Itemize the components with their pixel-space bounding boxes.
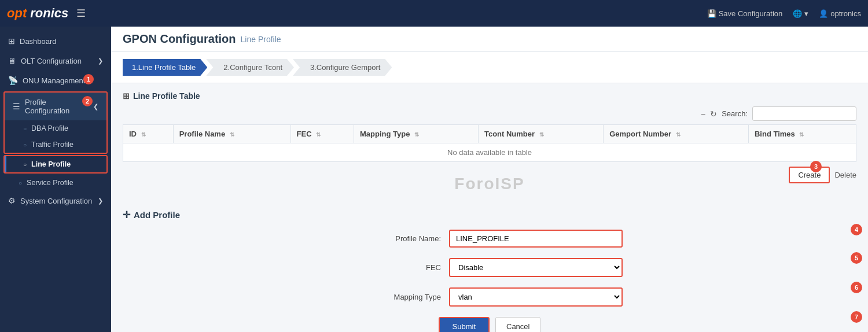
dot-icon-traffic: ○ — [23, 142, 27, 148]
watermark-area: ForoISP 3 Create Delete — [123, 167, 856, 201]
save-config-button[interactable]: 💾 Save Configuration — [707, 9, 783, 18]
dashboard-icon: ⊞ — [8, 36, 15, 46]
wizard-steps: 1.Line Profile Table 2.Configure Tcont 3… — [111, 52, 868, 83]
sidebar-label-service: Service Profile — [27, 179, 73, 187]
sort-icon-id[interactable]: ⇅ — [141, 131, 146, 138]
minimize-button[interactable]: − — [701, 109, 705, 119]
onu-icon: 📡 — [8, 76, 18, 85]
mapping-type-row: 6 Mapping Type vlan gem priority — [123, 287, 856, 307]
language-button[interactable]: 🌐 ▾ — [793, 9, 808, 18]
refresh-button[interactable]: ↻ — [710, 109, 717, 119]
sidebar: ⊞ Dashboard 🖥 OLT Configuration ❯ 📡 ONU … — [0, 27, 111, 332]
logo-text: opt — [7, 6, 27, 21]
search-input[interactable] — [752, 106, 856, 121]
wizard-step-3-label: 3.Configure Gemport — [310, 63, 380, 72]
delete-button[interactable]: Delete — [834, 171, 856, 179]
mapping-type-select[interactable]: vlan gem priority — [449, 287, 623, 307]
col-tcont-number: Tcont Number ⇅ — [478, 125, 603, 143]
line-profile-section: ○ Line Profile — [3, 155, 108, 174]
save-icon: 💾 — [707, 9, 716, 18]
hamburger-icon[interactable]: ☰ — [76, 7, 86, 20]
wizard-step-2-label: 2.Configure Tcont — [223, 63, 282, 72]
sidebar-label-profile: Profile Configuration — [25, 98, 89, 115]
table-toolbar: − ↻ Search: — [123, 106, 856, 121]
profile-name-label: Profile Name: — [356, 234, 449, 243]
profile-name-input[interactable] — [449, 230, 623, 248]
wizard-step-3[interactable]: 3.Configure Gemport — [293, 59, 392, 76]
wizard-step-1[interactable]: 1.Line Profile Table — [123, 59, 207, 76]
sidebar-item-traffic-profile[interactable]: ○ Traffic Profile — [5, 137, 106, 153]
olt-icon: 🖥 — [8, 56, 16, 65]
save-config-label: Save Configuration — [719, 9, 783, 18]
logo: optronics — [7, 6, 68, 21]
system-icon: ⚙ — [8, 196, 16, 205]
sort-icon-mapping[interactable]: ⇅ — [414, 131, 419, 138]
sort-icon-tcont[interactable]: ⇅ — [539, 131, 544, 138]
mapping-type-label: Mapping Type — [356, 293, 449, 301]
fec-row: 5 FEC Disable Enable — [123, 258, 856, 277]
chevron-right-icon: ❯ — [98, 57, 103, 65]
sidebar-label-system: System Configuration — [20, 197, 92, 205]
sort-icon-fec[interactable]: ⇅ — [316, 131, 321, 138]
logo-suffix: ronics — [30, 6, 68, 21]
layout: ⊞ Dashboard 🖥 OLT Configuration ❯ 📡 ONU … — [0, 27, 868, 332]
sidebar-item-olt-config[interactable]: 🖥 OLT Configuration ❯ — [0, 51, 111, 71]
col-fec: FEC ⇅ — [290, 125, 354, 143]
sidebar-label-onu: ONU Management — [23, 76, 85, 85]
submit-button[interactable]: Submit — [439, 317, 490, 332]
sort-icon-gemport[interactable]: ⇅ — [676, 131, 681, 138]
sidebar-label-dashboard: Dashboard — [20, 37, 57, 46]
sidebar-label-olt: OLT Configuration — [21, 57, 82, 65]
profile-icon: ☰ — [13, 102, 20, 111]
sort-icon-profile[interactable]: ⇅ — [230, 131, 234, 138]
sidebar-item-service-profile[interactable]: ○ Service Profile — [0, 175, 111, 191]
user-label: optronics — [830, 9, 861, 18]
profile-name-row: 4 Profile Name: — [123, 230, 856, 248]
plus-icon: ✛ — [123, 209, 130, 220]
col-bind-times: Bind Times ⇅ — [748, 125, 856, 143]
profile-config-section: ☰ Profile Configuration ❮ 2 ○ DBA Profil… — [3, 91, 108, 154]
cancel-button[interactable]: Cancel — [495, 317, 540, 332]
sidebar-label-dba: DBA Profile — [31, 124, 68, 132]
page-header: GPON Configuration Line Profile — [111, 27, 868, 52]
badge-5: 5 — [851, 252, 862, 264]
content-area: ⊞ Line Profile Table − ↻ Search: ID ⇅ — [111, 83, 868, 332]
sidebar-item-dashboard[interactable]: ⊞ Dashboard — [0, 31, 111, 51]
wizard-step-2[interactable]: 2.Configure Tcont — [206, 59, 294, 76]
search-label: Search: — [722, 109, 748, 118]
sidebar-item-dba-profile[interactable]: ○ DBA Profile — [5, 120, 106, 137]
fec-select[interactable]: Disable Enable — [449, 258, 623, 277]
col-profile-name: Profile Name ⇅ — [173, 125, 290, 143]
wizard-step-1-label: 1.Line Profile Table — [132, 63, 196, 72]
chevron-left-icon: ❮ — [93, 103, 98, 110]
table-section-title: Line Profile Table — [133, 91, 200, 101]
sidebar-item-profile-config[interactable]: ☰ Profile Configuration ❮ 2 — [5, 93, 106, 120]
globe-icon: 🌐 — [793, 9, 802, 18]
sidebar-label-line: Line Profile — [31, 160, 71, 168]
sidebar-label-traffic: Traffic Profile — [31, 141, 73, 149]
navbar: optronics ☰ 💾 Save Configuration 🌐 ▾ 👤 o… — [0, 0, 868, 27]
badge-3: 3 — [810, 161, 822, 172]
navbar-left: optronics ☰ — [7, 6, 86, 21]
fec-label: FEC — [356, 263, 449, 272]
main-content: GPON Configuration Line Profile 1.Line P… — [111, 27, 868, 332]
onu-badge: 1 — [83, 74, 94, 84]
no-data-row: No data available in table — [123, 143, 856, 162]
page-subtitle: Line Profile — [241, 35, 281, 44]
dot-icon: ○ — [23, 126, 27, 132]
dot-icon-service: ○ — [19, 180, 22, 186]
page-title: GPON Configuration — [123, 32, 236, 46]
section-header: ⊞ Line Profile Table — [123, 91, 856, 101]
sidebar-item-onu-mgmt[interactable]: 📡 ONU Management 1 — [0, 71, 111, 90]
grid-icon: ⊞ — [123, 91, 130, 101]
create-button[interactable]: Create — [789, 167, 830, 183]
sidebar-item-line-profile[interactable]: ○ Line Profile — [5, 156, 106, 172]
user-menu[interactable]: 👤 optronics — [819, 9, 861, 18]
sort-icon-bind[interactable]: ⇅ — [799, 131, 804, 138]
add-profile-header: ✛ Add Profile — [123, 209, 856, 220]
sidebar-item-system-config[interactable]: ⚙ System Configuration ❯ — [0, 191, 111, 211]
badge-6: 6 — [851, 282, 862, 293]
profile-badge: 2 — [82, 96, 93, 106]
col-id: ID ⇅ — [123, 125, 174, 143]
dot-icon-line: ○ — [23, 161, 27, 168]
